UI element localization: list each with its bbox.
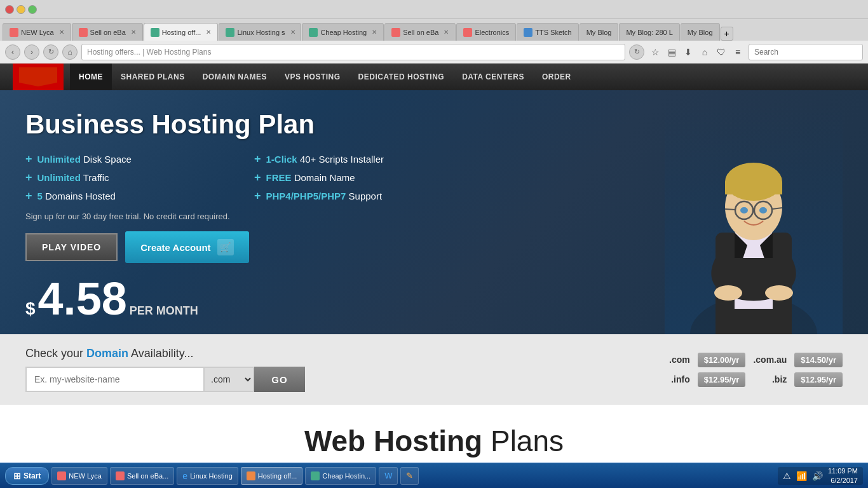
nav-item-data-centers[interactable]: DATA CENTERS — [453, 64, 533, 90]
tab-myblog[interactable]: My Blog — [580, 23, 619, 41]
task-favicon — [247, 471, 255, 480]
feature-php-support: + PHP4/PHP5/PHP7 Support — [254, 189, 470, 203]
domain-search-area: Check your Domain Availability... .com .… — [25, 347, 650, 392]
hero-title: Business Hosting Plan — [25, 109, 470, 140]
tab-close-icon[interactable]: ✕ — [131, 29, 136, 36]
refresh-btn[interactable]: ↻ — [43, 44, 58, 60]
svg-point-16 — [765, 285, 793, 301]
tab-myblog-280[interactable]: My Blog: 280 L — [619, 23, 679, 41]
tab-cheap-hosting[interactable]: Cheap Hosting ✕ — [302, 23, 384, 41]
system-tray: ⚠ 📶 🔊 11:09 PM 6/2/2017 — [778, 467, 863, 485]
taskbar-item-browser1[interactable]: NEW Lyca — [51, 467, 107, 485]
start-button[interactable]: ⊞ Start — [5, 467, 49, 485]
tab-label: NEW Lyca — [21, 29, 54, 36]
tab-electronics[interactable]: Electronics — [456, 23, 516, 41]
tab-sell-ebay[interactable]: Sell on eBa ✕ — [72, 23, 143, 41]
browser-titlebar — [0, 0, 868, 19]
bookmark-icon[interactable]: ☆ — [648, 45, 662, 59]
play-video-button[interactable]: PLAY VIDEO — [25, 233, 118, 261]
tab-sell-ebay2[interactable]: Sell on eBa ✕ — [384, 23, 456, 41]
nav-item-vps-hosting[interactable]: VPS HOSTING — [276, 64, 349, 90]
nav-item-shared-plans[interactable]: SHARED PLANS — [112, 64, 194, 90]
download-icon[interactable]: ⬇ — [681, 45, 695, 59]
back-btn[interactable]: ‹ — [5, 44, 20, 60]
feature-text: Unlimited Traffic — [37, 172, 109, 183]
feature-unlimited-traffic: + Unlimited Traffic — [25, 171, 241, 184]
tab-favicon — [463, 28, 472, 37]
taskbar-item-hosting[interactable]: Cheap Hostin... — [305, 467, 376, 485]
new-tab-btn[interactable]: + — [721, 27, 733, 41]
clock-date: 6/2/2017 — [828, 476, 858, 485]
domain-extension-select[interactable]: .com .com.au .info .biz — [203, 367, 254, 392]
nav-item-domain-names[interactable]: DOMAIN NAMES — [194, 64, 276, 90]
feature-text: PHP4/PHP5/PHP7 Support — [266, 191, 383, 201]
feature-plus-icon: + — [254, 152, 261, 166]
price-period: PER MONTH — [130, 304, 198, 318]
svg-point-14 — [759, 207, 767, 214]
svg-point-13 — [740, 207, 748, 214]
nav-item-order[interactable]: ORDER — [533, 64, 580, 90]
tab-favicon — [391, 28, 400, 37]
window-min-btn[interactable] — [17, 5, 25, 14]
reader-icon[interactable]: ▤ — [665, 45, 679, 59]
address-text: Hosting offers... | Web Hosting Plans — [87, 48, 211, 57]
feature-plus-icon: + — [25, 171, 32, 184]
tab-close-icon[interactable]: ✕ — [290, 29, 295, 36]
home-btn[interactable]: ⌂ — [62, 44, 78, 60]
tab-label: Sell on eBa — [90, 29, 126, 36]
tab-favicon — [524, 28, 532, 37]
taskbar-item-ie[interactable]: e Linux Hosting — [177, 467, 238, 485]
domain-go-button[interactable]: GO — [254, 367, 305, 392]
taskbar: ⊞ Start NEW Lyca Sell on eBa... e Linux … — [0, 463, 868, 488]
address-input-field[interactable]: Hosting offers... | Web Hosting Plans — [81, 44, 625, 60]
domain-price-comau: $14.50/yr — [794, 353, 843, 367]
tab-myblog2[interactable]: My Blog — [681, 23, 720, 41]
nav-item-dedicated-hosting[interactable]: DEDICATED HOSTING — [349, 64, 454, 90]
nav-item-home[interactable]: HOME — [70, 64, 112, 90]
tab-hosting-offers[interactable]: Hosting off... ✕ — [144, 23, 219, 41]
tab-favicon — [151, 28, 159, 37]
create-account-label: Create Account — [140, 242, 210, 253]
window-controls — [5, 5, 37, 14]
svg-line-11 — [725, 209, 735, 210]
price-dollar-symbol: $ — [25, 299, 36, 319]
create-account-button[interactable]: Create Account 🛒 — [125, 231, 248, 263]
taskbar-item-browser2[interactable]: Sell on eBa... — [110, 467, 174, 485]
tab-label: Linux Hosting s — [237, 29, 285, 36]
task-favicon — [311, 471, 320, 480]
task-favicon — [57, 471, 66, 480]
tab-new-lyca[interactable]: NEW Lyca ✕ — [3, 23, 71, 41]
tab-close-icon[interactable]: ✕ — [372, 29, 377, 36]
page-content: HOME SHARED PLANS DOMAIN NAMES VPS HOSTI… — [0, 64, 868, 488]
tab-tts-sketch[interactable]: TTS Sketch — [517, 23, 578, 41]
tab-close-icon[interactable]: ✕ — [444, 29, 449, 36]
home-toolbar-icon[interactable]: ⌂ — [698, 45, 712, 59]
windows-logo-icon: ⊞ — [13, 471, 21, 481]
tab-linux-hosting[interactable]: Linux Hosting s ✕ — [219, 23, 301, 41]
tab-close-icon[interactable]: ✕ — [206, 29, 211, 36]
tab-label: Hosting off... — [162, 29, 201, 36]
shield-icon[interactable]: 🛡 — [714, 45, 728, 59]
menu-icon[interactable]: ≡ — [731, 45, 745, 59]
domain-price-com: $12.00/yr — [698, 353, 746, 367]
taskbar-item-word[interactable]: W — [379, 467, 398, 485]
ie-icon: e — [182, 471, 187, 481]
toolbar-icons: ☆ ▤ ⬇ ⌂ 🛡 ≡ — [648, 45, 745, 59]
cta-buttons: PLAY VIDEO Create Account 🛒 — [25, 231, 470, 263]
domain-price-info: $12.95/yr — [698, 372, 746, 387]
taskbar-item-firefox-active[interactable]: Hosting off... — [241, 467, 303, 485]
taskbar-item-paint[interactable]: ✎ — [400, 467, 419, 485]
reload-btn[interactable]: ↻ — [629, 44, 644, 60]
domain-pricing-grid: .com $12.00/yr .com.au $14.50/yr .info $… — [669, 353, 843, 387]
tab-close-icon[interactable]: ✕ — [59, 29, 64, 36]
task-label: Cheap Hostin... — [322, 472, 370, 480]
domain-ext-biz: .biz — [753, 374, 787, 384]
price-display: $ 4.58 PER MONTH — [25, 276, 470, 322]
window-close-btn[interactable] — [5, 5, 14, 14]
domain-input-row: .com .com.au .info .biz GO — [25, 367, 650, 392]
browser-search-input[interactable] — [749, 44, 863, 60]
window-max-btn[interactable] — [28, 5, 37, 14]
domain-search-input[interactable] — [25, 367, 203, 392]
tab-favicon — [309, 28, 318, 37]
forward-btn[interactable]: › — [24, 44, 39, 60]
